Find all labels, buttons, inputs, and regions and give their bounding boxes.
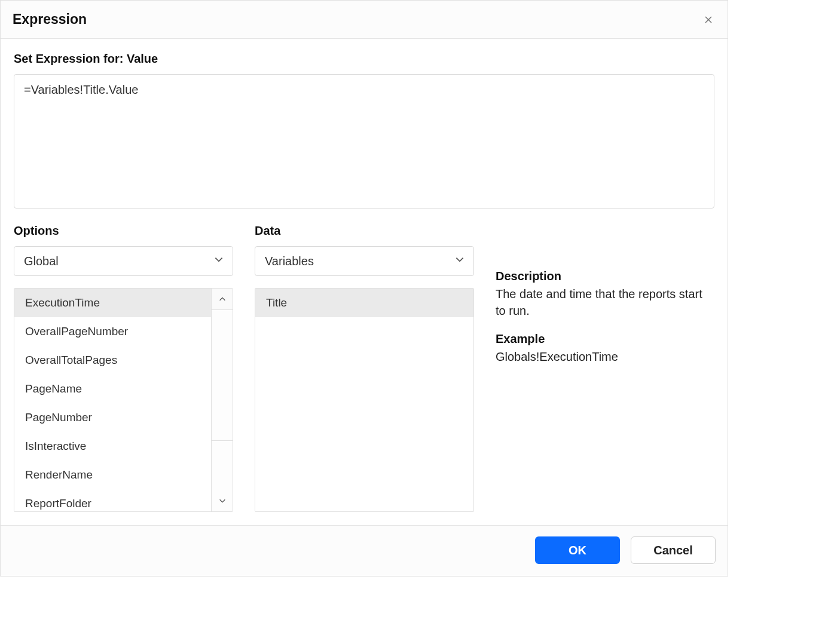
chevron-up-icon [218,295,227,303]
options-column: Options Global ExecutionTime OverallPage… [14,224,233,512]
description-column: Description The date and time that the r… [496,224,714,512]
scrollbar-track-region[interactable] [212,310,233,511]
options-item-label: PageName [25,382,82,395]
expression-dialog: Expression Set Expression for: Value Opt… [0,0,728,576]
example-heading: Example [496,332,714,346]
options-item-label: PageNumber [25,411,92,424]
cancel-button-label: Cancel [653,544,693,557]
options-item-label: RenderName [25,468,93,482]
columns: Options Global ExecutionTime OverallPage… [14,224,714,512]
data-item-label: Title [266,296,287,309]
dialog-footer: OK Cancel [1,525,728,576]
set-expression-label: Set Expression for: Value [14,52,714,66]
data-item[interactable]: Title [255,289,473,317]
dialog-title: Expression [13,11,87,27]
dialog-header: Expression [1,1,728,39]
options-item[interactable]: PageNumber [14,403,211,432]
scrollbar-divider [212,440,233,441]
options-select-value: Global [24,254,59,268]
dialog-body: Set Expression for: Value Options Global [1,39,728,525]
options-item[interactable]: PageName [14,375,211,403]
scrollbar[interactable] [211,289,233,511]
scroll-up-button[interactable] [212,289,233,310]
scroll-down-button[interactable] [212,490,233,511]
ok-button-label: OK [569,544,586,557]
options-item-label: OverallTotalPages [25,354,117,367]
options-item-label: ReportFolder [25,497,91,510]
options-item[interactable]: ReportFolder [14,489,211,511]
data-column: Data Variables Title [255,224,474,512]
options-item[interactable]: OverallTotalPages [14,346,211,375]
options-item[interactable]: OverallPageNumber [14,317,211,346]
data-heading: Data [255,224,474,238]
data-listbox: Title [255,288,474,512]
example-text: Globals!ExecutionTime [496,348,714,365]
options-item[interactable]: IsInteractive [14,432,211,461]
options-item-label: IsInteractive [25,440,86,453]
close-button[interactable] [701,13,716,27]
options-item-label: OverallPageNumber [25,325,128,338]
ok-button[interactable]: OK [535,536,620,564]
options-item[interactable]: ExecutionTime [14,289,211,317]
options-heading: Options [14,224,233,238]
options-listbox: ExecutionTime OverallPageNumber OverallT… [14,288,233,512]
chevron-down-icon [218,496,227,505]
chevron-down-icon [454,254,465,268]
data-select[interactable]: Variables [255,246,474,276]
options-item-label: ExecutionTime [25,296,100,309]
close-icon [704,15,713,24]
data-select-value: Variables [265,254,314,268]
chevron-down-icon [213,254,224,268]
cancel-button[interactable]: Cancel [631,536,716,564]
expression-input[interactable] [14,74,714,208]
description-text: The date and time that the reports start… [496,286,714,319]
options-select[interactable]: Global [14,246,233,276]
options-item[interactable]: RenderName [14,461,211,489]
description-heading: Description [496,269,714,283]
